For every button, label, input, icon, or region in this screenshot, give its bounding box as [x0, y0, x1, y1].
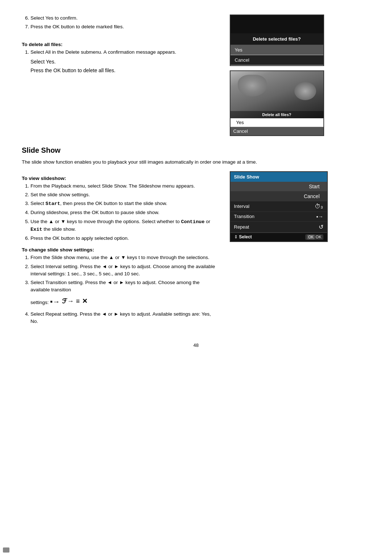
delete-all-cancel: Cancel	[230, 127, 323, 135]
slideshow-cancel-row[interactable]: Cancel	[230, 192, 327, 201]
slideshow-instructions: To view slideshow: From the Playback men…	[22, 171, 219, 328]
transition-icon-3: ≡	[76, 296, 80, 306]
page-number: 48	[22, 342, 370, 348]
change-step-4: Select Repeat setting. Press the ◄ or ► …	[30, 311, 219, 325]
delete-selected-cancel: Cancel	[230, 55, 323, 65]
change-step-3: Select Transition setting. Press the ◄ o…	[30, 279, 219, 309]
delete-selected-title: Delete selected files?	[230, 33, 323, 45]
footer-ok-label: OK	[316, 235, 322, 239]
slideshow-repeat-value: ↺	[319, 223, 323, 230]
delete-all-step-2-text: Select Yes.	[30, 59, 219, 65]
footer-select-label: Select	[239, 234, 252, 239]
delete-selected-steps: Select Yes to confirm. Press the OK butt…	[22, 15, 219, 31]
transition-icon-1: ▪→	[50, 296, 60, 307]
slideshow-section: Slide Show The slide show function enabl…	[22, 146, 370, 328]
footer-select-group: ⇕ Select	[234, 234, 252, 240]
delete-all-steps: Select All in the Delete submenu. A conf…	[22, 49, 219, 56]
view-step-4: During slideshow, press the OK button to…	[30, 209, 219, 216]
slideshow-repeat-label: Repeat	[234, 224, 319, 230]
view-step-2: Set the slide show settings.	[30, 191, 219, 198]
view-heading: To view slideshow:	[22, 176, 219, 181]
slideshow-transition-label: Transition	[234, 214, 317, 219]
delete-all-ui: Delete all files? Yes Cancel	[230, 70, 324, 136]
change-heading: To change slide show settings:	[22, 247, 219, 253]
transition-icons: ▪→ ℱ→ ≡ ✕	[50, 300, 87, 305]
top-section: Select Yes to confirm. Press the OK butt…	[22, 15, 370, 136]
slideshow-cam-title: Slide Show	[230, 172, 327, 182]
delete-all-yes: Yes	[236, 120, 244, 125]
page-content: Select Yes to confirm. Press the OK butt…	[22, 15, 370, 348]
delete-selected-ui: Delete selected files? Yes Cancel	[230, 15, 324, 66]
change-step-1: From the Slide show menu, use the ▲ or ▼…	[30, 254, 219, 261]
slideshow-heading: Slide Show	[22, 146, 370, 155]
view-step-6: Press the OK button to apply selected op…	[30, 235, 219, 242]
view-steps: From the Playback menu, select Slide Sho…	[22, 182, 219, 242]
change-steps: From the Slide show menu, use the ▲ or ▼…	[22, 254, 219, 325]
ok-box-icon: OK	[307, 235, 314, 239]
view-step-3: Select Start, then press the OK button t…	[30, 200, 219, 208]
delete-all-step-1: Select All in the Delete submenu. A conf…	[30, 49, 219, 56]
slideshow-cam-section: Slide Show Start Cancel Interval ⏱₃	[230, 171, 371, 328]
delete-all-title: Delete all files?	[233, 112, 320, 117]
slideshow-repeat-row[interactable]: Repeat ↺	[230, 222, 327, 233]
left-instructions: Select Yes to confirm. Press the OK butt…	[22, 15, 219, 136]
slideshow-transition-row[interactable]: Transition ▪→	[230, 212, 327, 222]
slideshow-cancel-label: Cancel	[304, 193, 320, 199]
transition-icon-2: ℱ→	[62, 296, 74, 306]
right-screenshots: Delete selected files? Yes Cancel Delete…	[230, 15, 371, 136]
slideshow-intro: The slide show function enables you to p…	[22, 158, 370, 166]
cat-photo: Delete all files?	[230, 71, 323, 118]
slideshow-content: To view slideshow: From the Playback men…	[22, 171, 370, 328]
change-step-2: Select Interval setting. Press the ◄ or …	[30, 263, 219, 278]
footer-ok-group: OK OK	[305, 234, 323, 240]
step-6: Select Yes to confirm.	[30, 15, 219, 22]
delete-all-section: To delete all files: Select All in the D…	[22, 42, 219, 73]
view-step-1: From the Playback menu, select Slide Sho…	[30, 182, 219, 190]
view-step-5: Use the ▲ or ▼ keys to move through the …	[30, 218, 219, 234]
slideshow-interval-row[interactable]: Interval ⏱₃	[230, 201, 327, 212]
delete-all-heading: To delete all files:	[22, 42, 219, 47]
delete-all-step-3-text: Press the OK button to delete all files.	[30, 67, 219, 73]
slideshow-transition-value: ▪→	[317, 214, 323, 219]
slideshow-start-label: Start	[309, 184, 320, 189]
transition-icon-4: ✕	[82, 296, 87, 306]
delete-selected-yes: Yes	[230, 45, 323, 55]
step-7: Press the OK button to delete marked fil…	[30, 23, 219, 30]
slideshow-start-row[interactable]: Start	[230, 182, 327, 192]
slideshow-interval-label: Interval	[234, 204, 315, 209]
select-arrows-icon: ⇕	[234, 234, 238, 239]
slideshow-interval-value: ⏱₃	[315, 203, 323, 210]
slideshow-cam-ui: Slide Show Start Cancel Interval ⏱₃	[230, 171, 328, 242]
slideshow-cam-footer: ⇕ Select OK OK	[230, 233, 327, 241]
